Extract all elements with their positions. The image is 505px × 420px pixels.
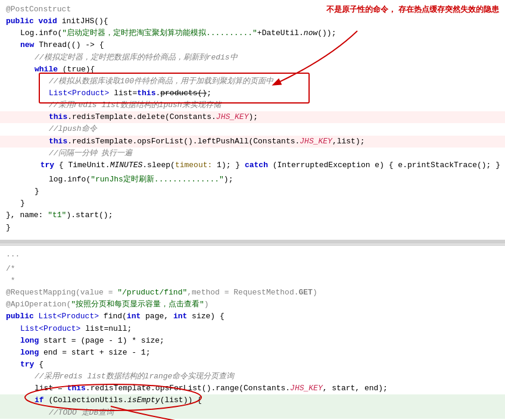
- code-line: //模拟定时器，定时把数据库的特价商品，刷新到redis中: [0, 52, 505, 64]
- code-line: //问隔一分钟 执行一遍: [0, 148, 505, 159]
- code-line-leftpushall: this.redisTemplate.opsForList().leftPush…: [0, 136, 505, 148]
- code-line: }, name: "t1").start();: [0, 209, 505, 221]
- code-line: try {: [0, 359, 505, 371]
- code-line: /*: [0, 263, 505, 275]
- code-line: }: [0, 186, 505, 198]
- code-line: //采用redis list数据结构的lpush来实现存储: [0, 99, 505, 111]
- code-line-delete: this.redisTemplate.delete(Constants.JHS_…: [0, 111, 505, 123]
- code-line: @ApiOperation("按照分页和每页显示容量，点击查看"): [0, 299, 505, 311]
- code-line: //lpush命令: [0, 123, 505, 135]
- code-line: List<Product> list=this.products();: [0, 87, 505, 99]
- code-line: Log.info("启动定时器，定时把淘宝聚划算功能模拟.........."+…: [0, 27, 505, 39]
- top-code-panel: @PostConstruct public void initJHS(){ Lo…: [0, 0, 505, 243]
- code-line: list = this.redisTemplate.opsForList().r…: [0, 383, 505, 394]
- code-line-todo: //TODO 走DB查询: [0, 407, 505, 419]
- code-line: log.info("runJhs定时刷新..............");: [0, 174, 505, 186]
- code-line: //模拟从数据库读取100件特价商品，用于加载到聚划算的页面中: [0, 76, 505, 87]
- code-line: List<Product> list=null;: [0, 323, 505, 335]
- code-line: new Thread(() -> {: [0, 39, 505, 51]
- code-line: }: [0, 198, 505, 209]
- bottom-code-panel: ... /* * @RequestMapping(value = "/prudu…: [0, 246, 505, 420]
- code-line: ...: [0, 249, 505, 261]
- code-line: @RequestMapping(value = "/pruduct/find",…: [0, 287, 505, 299]
- annotation-atomicity: 不是原子性的命令， 存在热点缓存突然失效的隐患: [326, 4, 499, 16]
- code-line: public void initJHS(){: [0, 15, 505, 27]
- code-line: long end = start + size - 1;: [0, 347, 505, 359]
- code-line: long start = (page - 1) * size;: [0, 335, 505, 347]
- code-line-if: if (CollectionUtils.isEmpty(list)) {: [0, 394, 505, 406]
- code-line: //采用redis list数据结构的lrange命令实现分页查询: [0, 371, 505, 383]
- code-line: }: [0, 222, 505, 234]
- code-line: try { TimeUnit.MINUTES.sleep(timeout: 1)…: [0, 159, 505, 171]
- code-line: public List<Product> find(int page, int …: [0, 311, 505, 322]
- code-line: *: [0, 275, 505, 287]
- code-line-while: while (true){: [0, 64, 505, 76]
